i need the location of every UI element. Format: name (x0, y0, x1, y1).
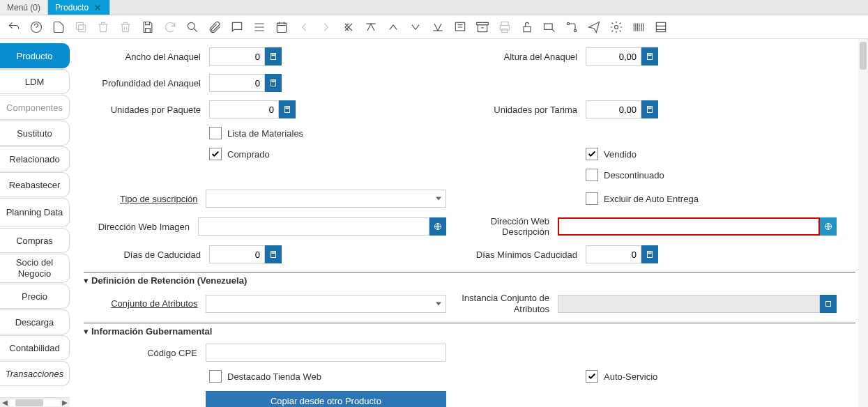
tab-producto-label: Producto (55, 3, 89, 13)
select-tipo-suscripcion[interactable] (206, 190, 446, 208)
web-icon[interactable] (820, 217, 837, 236)
calc-icon[interactable] (265, 74, 282, 92)
sidetab-precio[interactable]: Precio (0, 284, 70, 309)
nav-last-icon[interactable] (431, 20, 445, 34)
label-profundidad-anaquel: Profundidad del Anaquel (84, 78, 209, 89)
select-conjunto-atributos[interactable] (206, 295, 446, 313)
collapse-icon[interactable]: ▾ (84, 275, 89, 286)
input-unidades-paquete[interactable] (209, 100, 279, 118)
nav-up-icon[interactable] (386, 20, 400, 34)
input-dir-web-imagen[interactable] (198, 217, 429, 236)
input-ancho-anaquel[interactable] (209, 47, 265, 66)
input-codigo-cpe[interactable] (206, 344, 446, 362)
sidetab-producto[interactable]: Producto (0, 43, 70, 68)
svg-point-14 (615, 25, 618, 29)
input-altura-anaquel[interactable] (586, 47, 641, 66)
scroll-left-icon[interactable]: ◄ (0, 398, 10, 408)
new-icon[interactable] (52, 20, 66, 34)
archive-icon[interactable] (475, 20, 489, 34)
checkbox-excluir-auto[interactable] (586, 192, 598, 205)
refresh-icon[interactable] (163, 20, 177, 34)
label-vendido: Vendido (604, 149, 637, 160)
help-icon[interactable] (29, 20, 43, 34)
sidetab-descarga[interactable]: Descarga (0, 309, 70, 335)
side-tabs: Producto LDM Componentes Sustituto Relac… (0, 39, 70, 407)
input-dias-caducidad[interactable] (209, 245, 265, 263)
save-icon[interactable] (141, 20, 155, 34)
lock-icon[interactable] (520, 20, 534, 34)
sidetab-sustituto[interactable]: Sustituto (0, 121, 70, 146)
label-tipo-suscripcion[interactable]: Tipo de suscripción (84, 194, 206, 204)
delete-icon[interactable] (96, 20, 110, 34)
scroll-thumb[interactable] (860, 42, 867, 70)
svg-rect-25 (648, 107, 651, 109)
calendar-icon[interactable] (275, 20, 289, 34)
input-unidades-tarima[interactable] (586, 100, 641, 118)
scroll-right-icon[interactable]: ► (60, 398, 70, 408)
label-destacado-tienda: Destacado Tienda Web (227, 371, 321, 382)
prev-icon[interactable] (297, 20, 311, 34)
list-icon[interactable] (252, 20, 266, 34)
search-icon[interactable] (185, 20, 199, 34)
sidetab-planning[interactable]: Planning Data (0, 198, 70, 227)
send-icon[interactable] (587, 20, 601, 34)
svg-rect-21 (272, 81, 275, 82)
gear-icon[interactable] (609, 20, 623, 34)
nav-first-icon[interactable] (364, 20, 378, 34)
lookup-icon[interactable] (820, 295, 837, 313)
chat-icon[interactable] (230, 20, 244, 34)
calc-icon[interactable] (265, 245, 282, 263)
barcode-icon[interactable] (632, 20, 646, 34)
delete2-icon[interactable] (119, 20, 132, 34)
attach-icon[interactable] (208, 20, 222, 34)
button-copiar-producto[interactable]: Copiar desde otro Producto (206, 391, 446, 407)
tab-producto[interactable]: Producto (48, 0, 110, 15)
vertical-scrollbar[interactable] (858, 39, 868, 407)
toolbar (0, 15, 868, 39)
label-unidades-tarima: Unidades por Tarima (446, 105, 586, 115)
next-icon[interactable] (319, 20, 333, 34)
sidetab-relacionado[interactable]: Relacionado (0, 146, 70, 171)
checkbox-vendido[interactable] (586, 148, 598, 160)
tab-menu-label: Menú (0) (7, 3, 40, 13)
sidetab-socio[interactable]: Socio del Negocio (0, 254, 70, 283)
sidetab-reabastecer[interactable]: Reabastecer (0, 172, 70, 197)
workflow-icon[interactable] (565, 20, 579, 34)
input-dias-min-caducidad[interactable] (586, 245, 641, 263)
zoom-icon[interactable] (542, 20, 556, 34)
sidetab-transacciones[interactable]: Transacciones (0, 361, 70, 386)
sidetab-compras[interactable]: Compras (0, 228, 70, 253)
calc-icon[interactable] (279, 100, 296, 118)
calc-icon[interactable] (641, 100, 658, 118)
checkbox-destacado-tienda[interactable] (209, 370, 222, 383)
collapse-icon[interactable]: ▾ (84, 326, 89, 337)
svg-point-3 (188, 22, 195, 29)
sidetab-ldm[interactable]: LDM (0, 69, 70, 94)
nav-down-icon[interactable] (409, 20, 422, 34)
calc-icon[interactable] (265, 47, 282, 66)
copy-icon[interactable] (74, 20, 88, 34)
sidetab-contabilidad[interactable]: Contabilidad (0, 335, 70, 360)
label-conjunto-atributos[interactable]: Conjunto de Atributos (84, 298, 206, 309)
calc-icon[interactable] (641, 245, 658, 263)
grid-icon[interactable] (654, 20, 668, 34)
scroll-track[interactable] (10, 399, 60, 406)
svg-rect-10 (524, 26, 531, 31)
close-icon[interactable] (93, 3, 102, 13)
tab-menu[interactable]: Menú (0) (0, 0, 48, 15)
scroll-thumb[interactable] (15, 399, 43, 406)
input-profundidad-anaquel[interactable] (209, 74, 265, 92)
first-icon[interactable] (342, 20, 356, 34)
web-icon[interactable] (429, 217, 446, 236)
print-icon[interactable] (498, 20, 512, 34)
undo-icon[interactable] (7, 20, 21, 34)
checkbox-comprado[interactable] (209, 148, 222, 160)
input-dir-web-desc[interactable] (558, 217, 820, 236)
report-icon[interactable] (453, 20, 467, 34)
calc-icon[interactable] (641, 47, 658, 66)
checkbox-descontinuado[interactable] (586, 169, 598, 181)
sidetab-componentes[interactable]: Componentes (0, 95, 70, 120)
checkbox-lista-materiales[interactable] (209, 127, 222, 139)
side-hscroll[interactable]: ◄ ► (0, 397, 70, 407)
checkbox-auto-servicio[interactable] (586, 370, 598, 383)
